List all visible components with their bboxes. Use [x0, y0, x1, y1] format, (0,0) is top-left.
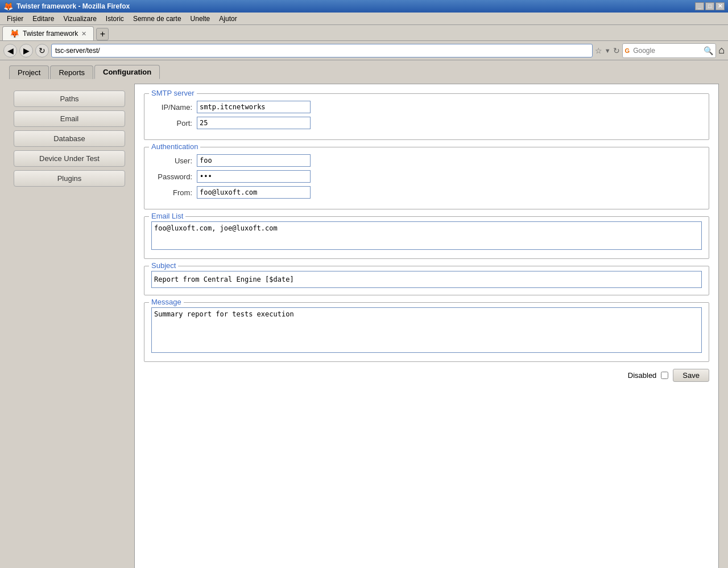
tab-firefox-icon: 🦊: [10, 29, 19, 38]
tab-reports[interactable]: Reports: [50, 65, 93, 79]
menu-ajutor[interactable]: Ajutor: [214, 14, 241, 24]
menu-editare[interactable]: Editare: [28, 14, 59, 24]
subject-input[interactable]: [151, 271, 702, 288]
refresh-button[interactable]: ↻: [35, 44, 49, 57]
ip-name-label: IP/Name:: [151, 103, 197, 112]
ip-name-row: IP/Name:: [151, 101, 702, 113]
from-row: From:: [151, 186, 702, 199]
sidebar-item-database[interactable]: Database: [14, 130, 125, 147]
email-list-input[interactable]: foo@luxoft.com, joe@luxoft.com: [151, 221, 702, 250]
user-label: User:: [151, 157, 197, 165]
disabled-checkbox[interactable]: [661, 372, 668, 379]
tab-close-icon[interactable]: ✕: [81, 30, 86, 38]
authentication-legend: Authentication: [149, 142, 200, 151]
tab-configuration[interactable]: Configuration: [94, 65, 160, 79]
menu-vizualizare[interactable]: Vizualizare: [59, 14, 101, 24]
password-label: Password:: [151, 172, 197, 181]
app-tabs: Project Reports Configuration: [0, 60, 728, 79]
back-button[interactable]: ◀: [3, 44, 17, 57]
email-list-legend: Email List: [149, 212, 185, 220]
authentication-group: Authentication User: Password: From:: [144, 147, 709, 209]
tab-project[interactable]: Project: [9, 65, 49, 79]
browser-tab-active[interactable]: 🦊 Twister framework ✕: [2, 26, 94, 40]
url-input[interactable]: [51, 44, 593, 57]
subject-group: Subject: [144, 266, 709, 295]
menu-fisier[interactable]: Fișier: [2, 14, 28, 24]
bookmark-star-icon[interactable]: ☆: [595, 46, 602, 55]
menu-unelte[interactable]: Unelte: [186, 14, 215, 24]
message-input[interactable]: Summary report for tests execution: [151, 307, 702, 353]
home-button[interactable]: ⌂: [718, 44, 725, 56]
browser-tab-label: Twister framework: [23, 30, 78, 38]
ssl-icon: ▼: [605, 47, 611, 54]
titlebar-controls: _ □ ✕: [695, 2, 725, 10]
main-area: Project Reports Configuration Paths Emai…: [0, 60, 728, 568]
content-panel: Paths Email Database Device Under Test P…: [0, 79, 728, 568]
message-legend: Message: [149, 298, 184, 306]
add-tab-button[interactable]: +: [96, 28, 109, 40]
google-logo: G: [625, 47, 630, 54]
from-label: From:: [151, 188, 197, 197]
smtp-server-legend: SMTP server: [149, 89, 197, 97]
user-input[interactable]: [197, 154, 311, 167]
form-area: SMTP server IP/Name: Port: Authenticatio…: [134, 84, 719, 568]
close-button[interactable]: ✕: [715, 2, 725, 10]
browser-tabbar: 🦊 Twister framework ✕ +: [0, 25, 728, 41]
disabled-label: Disabled: [628, 371, 657, 380]
email-list-group: Email List foo@luxoft.com, joe@luxoft.co…: [144, 216, 709, 259]
titlebar-title: Twister framework - Mozilla Firefox: [16, 2, 130, 10]
menubar: Fișier Editare Vizualizare Istoric Semne…: [0, 13, 728, 25]
titlebar: 🦊 Twister framework - Mozilla Firefox _ …: [0, 0, 728, 13]
search-icon[interactable]: 🔍: [704, 46, 713, 55]
addressbar: ◀ ▶ ↻ ☆ ▼ ↻ G 🔍 ⌂: [0, 41, 728, 60]
reload-icon[interactable]: ↻: [613, 46, 620, 55]
footer-row: Disabled Save: [144, 369, 709, 382]
search-input[interactable]: [630, 44, 704, 57]
maximize-button[interactable]: □: [705, 2, 714, 10]
user-row: User:: [151, 154, 702, 167]
minimize-button[interactable]: _: [695, 2, 704, 10]
forward-button[interactable]: ▶: [19, 44, 33, 57]
port-label: Port:: [151, 119, 197, 127]
sidebar-item-device-under-test[interactable]: Device Under Test: [14, 150, 125, 167]
message-group: Message Summary report for tests executi…: [144, 302, 709, 362]
password-row: Password:: [151, 170, 702, 183]
save-button[interactable]: Save: [673, 369, 709, 382]
port-row: Port:: [151, 117, 702, 129]
sidebar-item-paths[interactable]: Paths: [14, 90, 125, 107]
sidebar: Paths Email Database Device Under Test P…: [9, 84, 134, 568]
sidebar-item-plugins[interactable]: Plugins: [14, 170, 125, 187]
port-input[interactable]: [197, 117, 311, 129]
menu-istoric[interactable]: Istoric: [101, 14, 129, 24]
subject-legend: Subject: [149, 261, 178, 270]
password-input[interactable]: [197, 170, 311, 183]
sidebar-item-email[interactable]: Email: [14, 110, 125, 127]
from-input[interactable]: [197, 186, 311, 199]
firefox-icon: 🦊: [3, 2, 13, 11]
menu-semne-de-carte[interactable]: Semne de carte: [129, 14, 186, 24]
ip-name-input[interactable]: [197, 101, 311, 113]
smtp-server-group: SMTP server IP/Name: Port:: [144, 93, 709, 140]
